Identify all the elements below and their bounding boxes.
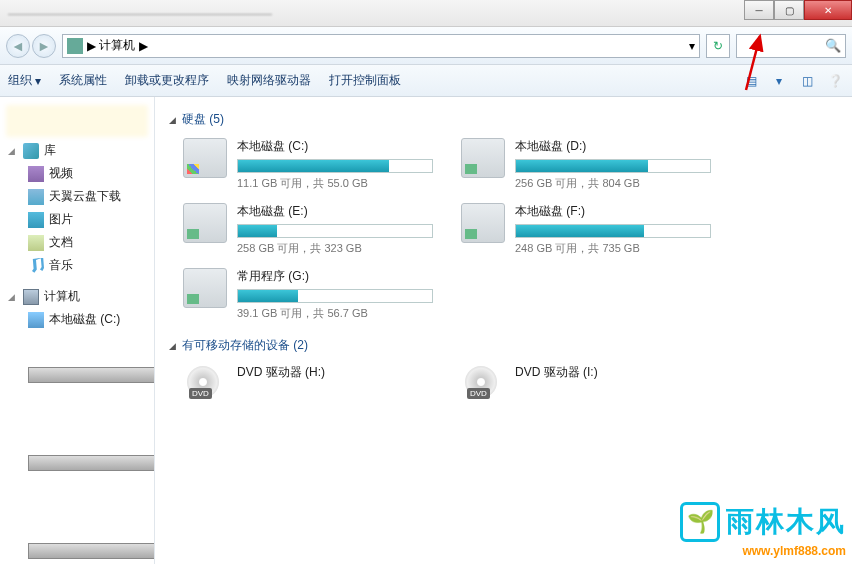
hdd-icon xyxy=(183,138,227,178)
refresh-button[interactable]: ↻ xyxy=(706,34,730,58)
sidebar-item-label: 图片 xyxy=(49,211,73,228)
music-icon xyxy=(28,258,44,274)
optical-drive-item[interactable]: DVD 驱动器 (H:) xyxy=(183,364,433,404)
capacity-bar xyxy=(515,224,711,238)
doc-icon xyxy=(28,235,44,251)
capacity-bar xyxy=(237,289,433,303)
nav-arrows: ◄ ► xyxy=(6,34,56,58)
help-icon[interactable]: ❔ xyxy=(826,72,844,90)
control-panel-button[interactable]: 打开控制面板 xyxy=(329,72,401,89)
drive-name: 本地磁盘 (D:) xyxy=(515,138,711,155)
sidebar-item-vid[interactable]: 视频 xyxy=(0,162,154,185)
collapse-icon[interactable]: ◢ xyxy=(169,341,176,351)
sidebar-drive[interactable]: 本地磁盘 (D:) xyxy=(0,331,154,419)
chevron-down-icon: ▾ xyxy=(35,74,41,88)
drive-icon xyxy=(28,543,155,559)
drive-name: 本地磁盘 (C:) xyxy=(237,138,433,155)
hdd-icon xyxy=(183,203,227,243)
system-properties-button[interactable]: 系统属性 xyxy=(59,72,107,89)
vid-icon xyxy=(28,166,44,182)
dvd-icon xyxy=(183,364,227,404)
chevron-down-icon[interactable]: ▾ xyxy=(770,72,788,90)
drive-item[interactable]: 本地磁盘 (E:)258 GB 可用，共 323 GB xyxy=(183,203,433,256)
drive-stats: 39.1 GB 可用，共 56.7 GB xyxy=(237,306,433,321)
hdd-icon xyxy=(183,268,227,308)
main-pane: ◢硬盘 (5) 本地磁盘 (C:)11.1 GB 可用，共 55.0 GB本地磁… xyxy=(155,97,852,564)
view-icon[interactable]: ▤ xyxy=(742,72,760,90)
sidebar-item-cloud[interactable]: 天翼云盘下载 xyxy=(0,185,154,208)
minimize-button[interactable]: ─ xyxy=(744,0,774,20)
watermark-url: www.ylmf888.com xyxy=(680,544,846,558)
drive-stats: 11.1 GB 可用，共 55.0 GB xyxy=(237,176,433,191)
drive-item[interactable]: 本地磁盘 (C:)11.1 GB 可用，共 55.0 GB xyxy=(183,138,433,191)
close-button[interactable]: ✕ xyxy=(804,0,852,20)
breadcrumb-arrow-2[interactable]: ▶ xyxy=(139,39,148,53)
collapse-icon[interactable]: ◢ xyxy=(8,292,18,302)
library-icon xyxy=(23,143,39,159)
computer-icon xyxy=(67,38,83,54)
drive-icon xyxy=(28,312,44,328)
map-drive-button[interactable]: 映射网络驱动器 xyxy=(227,72,311,89)
sidebar-item-label: 文档 xyxy=(49,234,73,251)
drive-item[interactable]: 常用程序 (G:)39.1 GB 可用，共 56.7 GB xyxy=(183,268,433,321)
hdd-icon xyxy=(461,203,505,243)
sidebar-drive[interactable]: 本地磁盘 (F:) xyxy=(0,507,154,564)
sidebar-item-label: 本地磁盘 (C:) xyxy=(49,311,120,328)
drive-stats: 256 GB 可用，共 804 GB xyxy=(515,176,711,191)
dropdown-icon[interactable]: ▾ xyxy=(689,39,695,53)
window-controls: ─ ▢ ✕ xyxy=(744,0,852,26)
drive-item[interactable]: 本地磁盘 (F:)248 GB 可用，共 735 GB xyxy=(461,203,711,256)
drive-name: 本地磁盘 (F:) xyxy=(515,203,711,220)
sidebar-drive[interactable]: 本地磁盘 (C:) xyxy=(0,308,154,331)
drive-name: 本地磁盘 (E:) xyxy=(237,203,433,220)
titlebar: ———————————————————————— ─ ▢ ✕ xyxy=(0,0,852,27)
capacity-bar xyxy=(237,224,433,238)
section-hdd[interactable]: ◢硬盘 (5) xyxy=(169,111,838,128)
breadcrumb-arrow[interactable]: ▶ xyxy=(87,39,96,53)
sidebar-library[interactable]: ◢库 xyxy=(0,139,154,162)
drive-item[interactable]: 本地磁盘 (D:)256 GB 可用，共 804 GB xyxy=(461,138,711,191)
dvd-icon xyxy=(461,364,505,404)
forward-button[interactable]: ► xyxy=(32,34,56,58)
sidebar-item-label: 音乐 xyxy=(49,257,73,274)
drive-stats: 248 GB 可用，共 735 GB xyxy=(515,241,711,256)
maximize-button[interactable]: ▢ xyxy=(774,0,804,20)
title-text: ———————————————————————— xyxy=(8,7,272,19)
drive-icon xyxy=(28,455,155,471)
watermark-text: 雨林木风 xyxy=(726,503,846,541)
sidebar-item-label: 视频 xyxy=(49,165,73,182)
computer-icon xyxy=(23,289,39,305)
address-end: ▾ xyxy=(689,39,695,53)
navbar: ◄ ► ▶ 计算机 ▶ ▾ ↻ 🔍 xyxy=(0,27,852,65)
sidebar-drive[interactable]: 本地磁盘 (E:) xyxy=(0,419,154,507)
sidebar-computer[interactable]: ◢计算机 xyxy=(0,285,154,308)
hdd-icon xyxy=(461,138,505,178)
sidebar-item-label: 天翼云盘下载 xyxy=(49,188,121,205)
optical-drive-item[interactable]: DVD 驱动器 (I:) xyxy=(461,364,711,404)
drive-name: DVD 驱动器 (H:) xyxy=(237,364,433,381)
collapse-icon[interactable]: ◢ xyxy=(8,146,18,156)
toolbar: 组织 ▾ 系统属性 卸载或更改程序 映射网络驱动器 打开控制面板 ▤ ▾ ◫ ❔ xyxy=(0,65,852,97)
section-removable[interactable]: ◢有可移动存储的设备 (2) xyxy=(169,337,838,354)
sidebar-item-pic[interactable]: 图片 xyxy=(0,208,154,231)
uninstall-button[interactable]: 卸载或更改程序 xyxy=(125,72,209,89)
sidebar-item-music[interactable]: 音乐 xyxy=(0,254,154,277)
drive-icon xyxy=(28,367,155,383)
search-input[interactable]: 🔍 xyxy=(736,34,846,58)
breadcrumb-root[interactable]: 计算机 xyxy=(99,37,135,54)
sidebar-item-doc[interactable]: 文档 xyxy=(0,231,154,254)
sidebar: ◢库 视频天翼云盘下载图片文档音乐 ◢计算机 本地磁盘 (C:)本地磁盘 (D:… xyxy=(0,97,155,564)
preview-pane-icon[interactable]: ◫ xyxy=(798,72,816,90)
drive-name: 常用程序 (G:) xyxy=(237,268,433,285)
favorites-blurred xyxy=(6,105,148,137)
address-bar[interactable]: ▶ 计算机 ▶ ▾ xyxy=(62,34,700,58)
organize-menu[interactable]: 组织 ▾ xyxy=(8,72,41,89)
back-button[interactable]: ◄ xyxy=(6,34,30,58)
drive-name: DVD 驱动器 (I:) xyxy=(515,364,711,381)
capacity-bar xyxy=(515,159,711,173)
watermark-logo-icon: 🌱 xyxy=(680,502,720,542)
search-icon: 🔍 xyxy=(825,38,841,53)
capacity-bar xyxy=(237,159,433,173)
cloud-icon xyxy=(28,189,44,205)
collapse-icon[interactable]: ◢ xyxy=(169,115,176,125)
